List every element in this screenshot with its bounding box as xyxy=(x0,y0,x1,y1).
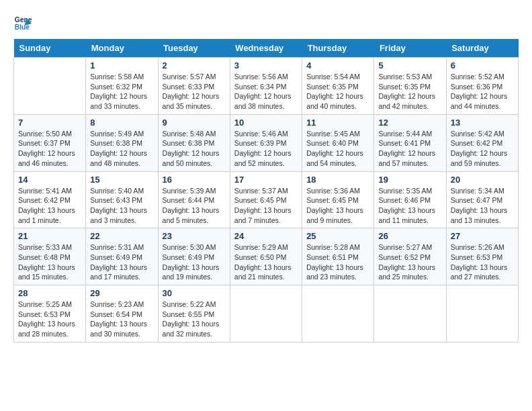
cell-content: Sunrise: 5:46 AM Sunset: 6:39 PM Dayligh… xyxy=(234,129,298,169)
day-number: 12 xyxy=(378,118,441,128)
day-number: 11 xyxy=(306,118,369,128)
day-number: 7 xyxy=(18,118,81,128)
cell-content: Sunrise: 5:29 AM Sunset: 6:50 PM Dayligh… xyxy=(234,242,298,282)
day-number: 14 xyxy=(18,175,81,185)
day-number: 29 xyxy=(90,288,153,298)
page-header: General Blue xyxy=(13,13,519,32)
day-number: 27 xyxy=(451,231,514,241)
calendar-body: 1Sunrise: 5:58 AM Sunset: 6:32 PM Daylig… xyxy=(14,58,519,342)
calendar-cell: 8Sunrise: 5:49 AM Sunset: 6:38 PM Daylig… xyxy=(86,114,158,171)
calendar-cell: 12Sunrise: 5:44 AM Sunset: 6:41 PM Dayli… xyxy=(374,114,446,171)
calendar-cell: 4Sunrise: 5:54 AM Sunset: 6:35 PM Daylig… xyxy=(302,58,374,115)
cell-content: Sunrise: 5:41 AM Sunset: 6:42 PM Dayligh… xyxy=(18,186,81,226)
cell-content: Sunrise: 5:23 AM Sunset: 6:54 PM Dayligh… xyxy=(90,300,153,339)
day-number: 9 xyxy=(163,118,226,128)
day-number: 2 xyxy=(163,60,226,71)
calendar-cell: 5Sunrise: 5:53 AM Sunset: 6:35 PM Daylig… xyxy=(374,58,446,115)
calendar-cell: 3Sunrise: 5:56 AM Sunset: 6:34 PM Daylig… xyxy=(230,58,302,115)
day-number: 22 xyxy=(90,231,153,241)
cell-content: Sunrise: 5:50 AM Sunset: 6:37 PM Dayligh… xyxy=(18,129,81,169)
calendar-header-row: SundayMondayTuesdayWednesdayThursdayFrid… xyxy=(14,39,519,58)
calendar-cell: 22Sunrise: 5:31 AM Sunset: 6:49 PM Dayli… xyxy=(86,228,158,285)
calendar-cell: 10Sunrise: 5:46 AM Sunset: 6:39 PM Dayli… xyxy=(230,114,302,171)
day-number: 19 xyxy=(378,175,441,185)
cell-content: Sunrise: 5:57 AM Sunset: 6:33 PM Dayligh… xyxy=(163,72,226,111)
cell-content: Sunrise: 5:39 AM Sunset: 6:44 PM Dayligh… xyxy=(163,186,226,226)
calendar-cell: 9Sunrise: 5:48 AM Sunset: 6:38 PM Daylig… xyxy=(158,114,230,171)
day-number: 26 xyxy=(378,231,441,241)
day-number: 5 xyxy=(378,60,441,71)
day-number: 20 xyxy=(451,175,514,185)
day-number: 1 xyxy=(90,60,153,71)
weekday-header-wednesday: Wednesday xyxy=(230,39,302,58)
calendar-cell: 15Sunrise: 5:40 AM Sunset: 6:43 PM Dayli… xyxy=(86,171,158,228)
logo: General Blue xyxy=(13,13,35,32)
calendar-cell: 23Sunrise: 5:30 AM Sunset: 6:49 PM Dayli… xyxy=(158,228,230,285)
cell-content: Sunrise: 5:34 AM Sunset: 6:47 PM Dayligh… xyxy=(451,186,514,226)
calendar-cell: 13Sunrise: 5:42 AM Sunset: 6:42 PM Dayli… xyxy=(446,114,518,171)
calendar-cell xyxy=(374,285,446,342)
day-number: 28 xyxy=(18,288,81,298)
logo-icon: General Blue xyxy=(13,13,32,32)
calendar-cell: 16Sunrise: 5:39 AM Sunset: 6:44 PM Dayli… xyxy=(158,171,230,228)
cell-content: Sunrise: 5:22 AM Sunset: 6:55 PM Dayligh… xyxy=(163,300,226,339)
day-number: 30 xyxy=(163,288,226,298)
calendar-cell xyxy=(14,58,86,115)
calendar-cell: 17Sunrise: 5:37 AM Sunset: 6:45 PM Dayli… xyxy=(230,171,302,228)
calendar-cell: 21Sunrise: 5:33 AM Sunset: 6:48 PM Dayli… xyxy=(14,228,86,285)
day-number: 24 xyxy=(234,231,298,241)
cell-content: Sunrise: 5:42 AM Sunset: 6:42 PM Dayligh… xyxy=(451,129,514,169)
cell-content: Sunrise: 5:54 AM Sunset: 6:35 PM Dayligh… xyxy=(306,72,369,111)
cell-content: Sunrise: 5:40 AM Sunset: 6:43 PM Dayligh… xyxy=(90,186,153,226)
weekday-header-thursday: Thursday xyxy=(302,39,374,58)
calendar-cell: 30Sunrise: 5:22 AM Sunset: 6:55 PM Dayli… xyxy=(158,285,230,342)
day-number: 10 xyxy=(234,118,298,128)
cell-content: Sunrise: 5:52 AM Sunset: 6:36 PM Dayligh… xyxy=(451,72,514,111)
day-number: 21 xyxy=(18,231,81,241)
cell-content: Sunrise: 5:56 AM Sunset: 6:34 PM Dayligh… xyxy=(234,72,298,111)
cell-content: Sunrise: 5:31 AM Sunset: 6:49 PM Dayligh… xyxy=(90,242,153,282)
calendar-cell: 7Sunrise: 5:50 AM Sunset: 6:37 PM Daylig… xyxy=(14,114,86,171)
day-number: 23 xyxy=(163,231,226,241)
weekday-header-friday: Friday xyxy=(374,39,446,58)
calendar-cell: 25Sunrise: 5:28 AM Sunset: 6:51 PM Dayli… xyxy=(302,228,374,285)
calendar-week-5: 28Sunrise: 5:25 AM Sunset: 6:53 PM Dayli… xyxy=(14,285,519,342)
cell-content: Sunrise: 5:45 AM Sunset: 6:40 PM Dayligh… xyxy=(306,129,369,169)
calendar-table: SundayMondayTuesdayWednesdayThursdayFrid… xyxy=(13,39,519,342)
calendar-cell: 11Sunrise: 5:45 AM Sunset: 6:40 PM Dayli… xyxy=(302,114,374,171)
day-number: 15 xyxy=(90,175,153,185)
cell-content: Sunrise: 5:53 AM Sunset: 6:35 PM Dayligh… xyxy=(378,72,441,111)
cell-content: Sunrise: 5:28 AM Sunset: 6:51 PM Dayligh… xyxy=(306,242,369,282)
calendar-cell: 27Sunrise: 5:26 AM Sunset: 6:53 PM Dayli… xyxy=(446,228,518,285)
calendar-cell: 26Sunrise: 5:27 AM Sunset: 6:52 PM Dayli… xyxy=(374,228,446,285)
calendar-cell: 6Sunrise: 5:52 AM Sunset: 6:36 PM Daylig… xyxy=(446,58,518,115)
calendar-week-2: 7Sunrise: 5:50 AM Sunset: 6:37 PM Daylig… xyxy=(14,114,519,171)
day-number: 17 xyxy=(234,175,298,185)
day-number: 3 xyxy=(234,60,298,71)
calendar-cell: 29Sunrise: 5:23 AM Sunset: 6:54 PM Dayli… xyxy=(86,285,158,342)
weekday-header-tuesday: Tuesday xyxy=(158,39,230,58)
svg-text:Blue: Blue xyxy=(15,24,30,31)
calendar-cell: 28Sunrise: 5:25 AM Sunset: 6:53 PM Dayli… xyxy=(14,285,86,342)
day-number: 25 xyxy=(306,231,369,241)
calendar-week-1: 1Sunrise: 5:58 AM Sunset: 6:32 PM Daylig… xyxy=(14,58,519,115)
cell-content: Sunrise: 5:58 AM Sunset: 6:32 PM Dayligh… xyxy=(90,72,153,111)
day-number: 16 xyxy=(163,175,226,185)
day-number: 18 xyxy=(306,175,369,185)
calendar-cell: 20Sunrise: 5:34 AM Sunset: 6:47 PM Dayli… xyxy=(446,171,518,228)
cell-content: Sunrise: 5:25 AM Sunset: 6:53 PM Dayligh… xyxy=(18,300,81,339)
cell-content: Sunrise: 5:27 AM Sunset: 6:52 PM Dayligh… xyxy=(378,242,441,282)
cell-content: Sunrise: 5:49 AM Sunset: 6:38 PM Dayligh… xyxy=(90,129,153,169)
calendar-cell xyxy=(230,285,302,342)
calendar-cell xyxy=(302,285,374,342)
day-number: 6 xyxy=(451,60,514,71)
weekday-header-monday: Monday xyxy=(86,39,158,58)
cell-content: Sunrise: 5:35 AM Sunset: 6:46 PM Dayligh… xyxy=(378,186,441,226)
calendar-cell: 24Sunrise: 5:29 AM Sunset: 6:50 PM Dayli… xyxy=(230,228,302,285)
calendar-cell xyxy=(446,285,518,342)
cell-content: Sunrise: 5:36 AM Sunset: 6:45 PM Dayligh… xyxy=(306,186,369,226)
calendar-cell: 2Sunrise: 5:57 AM Sunset: 6:33 PM Daylig… xyxy=(158,58,230,115)
calendar-week-4: 21Sunrise: 5:33 AM Sunset: 6:48 PM Dayli… xyxy=(14,228,519,285)
calendar-week-3: 14Sunrise: 5:41 AM Sunset: 6:42 PM Dayli… xyxy=(14,171,519,228)
day-number: 8 xyxy=(90,118,153,128)
